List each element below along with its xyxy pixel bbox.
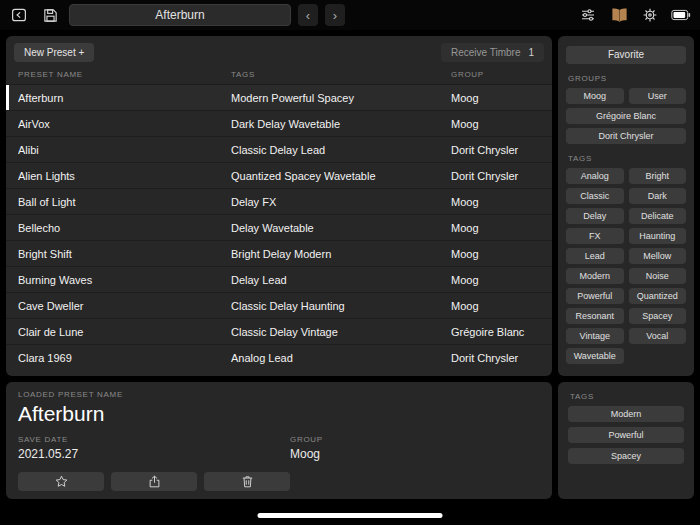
filter-panel: Favorite GROUPS Moog User Grégoire Blanc… xyxy=(558,36,694,376)
tag-filter-button[interactable]: Spacey xyxy=(629,308,687,324)
save-date-label: SAVE DATE xyxy=(18,435,290,444)
preset-row[interactable]: Afterburn Modern Powerful Spacey Moog xyxy=(6,84,552,110)
save-icon xyxy=(42,7,59,24)
preset-name-cell: AirVox xyxy=(18,118,231,130)
receive-timbre-button[interactable]: Receive Timbre 1 xyxy=(441,43,544,62)
preset-row[interactable]: AirVox Dark Delay Wavetable Moog xyxy=(6,110,552,136)
preset-table-body: Afterburn Modern Powerful Spacey Moog Ai… xyxy=(6,84,552,370)
tag-filter-button[interactable]: Haunting xyxy=(629,228,687,244)
preset-name-cell: Bellecho xyxy=(18,222,231,234)
favorite-preset-button[interactable] xyxy=(18,472,104,491)
column-header-group: GROUP xyxy=(451,70,540,79)
preset-group-cell: Grégoire Blanc xyxy=(451,326,540,338)
tag-filter-button[interactable]: Resonant xyxy=(566,308,624,324)
content-area: New Preset + Receive Timbre 1 PRESET NAM… xyxy=(0,30,700,505)
preset-name-cell: Bright Shift xyxy=(18,248,231,260)
tag-filter-button[interactable]: FX xyxy=(566,228,624,244)
group-label: GROUP xyxy=(290,435,540,444)
loaded-preset-name-label: LOADED PRESET NAME xyxy=(18,390,540,399)
back-icon xyxy=(10,6,28,24)
tag-filter-button[interactable]: Mellow xyxy=(629,248,687,264)
delete-preset-button[interactable] xyxy=(204,472,290,491)
settings-button[interactable] xyxy=(638,4,662,26)
tag-filter-button[interactable]: Vintage xyxy=(566,328,624,344)
mixer-button[interactable] xyxy=(576,4,600,26)
preset-row[interactable]: Clair de Lune Classic Delay Vintage Grég… xyxy=(6,318,552,344)
save-date-value: 2021.05.27 xyxy=(18,447,290,461)
preset-tags-cell: Delay Wavetable xyxy=(231,222,451,234)
preset-name-cell: Afterburn xyxy=(18,92,231,104)
share-preset-button[interactable] xyxy=(111,472,197,491)
preset-group-cell: Dorit Chrysler xyxy=(451,170,540,182)
save-button[interactable] xyxy=(38,4,62,26)
preset-toolbar: New Preset + Receive Timbre 1 xyxy=(6,36,552,67)
back-button[interactable] xyxy=(7,4,31,26)
preset-group-cell: Moog xyxy=(451,300,540,312)
loaded-tag-button[interactable]: Powerful xyxy=(568,427,684,443)
tag-filter-button[interactable]: Lead xyxy=(566,248,624,264)
preset-group-cell: Dorit Chrysler xyxy=(451,144,540,156)
preset-title-field[interactable] xyxy=(69,4,291,26)
tag-filter-button[interactable]: Noise xyxy=(629,268,687,284)
preset-list-panel: New Preset + Receive Timbre 1 PRESET NAM… xyxy=(6,36,552,376)
preset-name-cell: Clara 1969 xyxy=(18,352,231,364)
tag-filter-button[interactable]: Dark xyxy=(629,188,687,204)
tag-filter-button[interactable]: Vocal xyxy=(629,328,687,344)
preset-group-cell: Moog xyxy=(451,222,540,234)
gear-icon xyxy=(641,6,659,24)
loaded-preset-panel: LOADED PRESET NAME Afterburn SAVE DATE G… xyxy=(6,382,552,499)
tag-filter-button[interactable]: Delicate xyxy=(629,208,687,224)
tag-filter-list: Analog Bright Classic Dark Delay Delicat… xyxy=(566,168,686,364)
favorite-filter-button[interactable]: Favorite xyxy=(566,46,686,64)
tag-filter-button[interactable]: Powerful xyxy=(566,288,624,304)
preset-group-cell: Dorit Chrysler xyxy=(451,352,540,364)
preset-name-cell: Cave Dweller xyxy=(18,300,231,312)
tag-filter-button[interactable]: Wavetable xyxy=(566,348,624,364)
groups-section-label: GROUPS xyxy=(568,74,684,83)
library-button[interactable] xyxy=(607,4,631,26)
tag-filter-button[interactable]: Delay xyxy=(566,208,624,224)
preset-actions xyxy=(18,472,540,491)
loaded-tag-button[interactable]: Spacey xyxy=(568,448,684,464)
previous-preset-button[interactable]: ‹ xyxy=(298,4,318,26)
group-filter-button[interactable]: Dorit Chrysler xyxy=(566,128,686,144)
preset-tags-cell: Delay FX xyxy=(231,196,451,208)
preset-row[interactable]: Bellecho Delay Wavetable Moog xyxy=(6,214,552,240)
tag-filter-button[interactable]: Bright xyxy=(629,168,687,184)
toolbar-left-group: ‹ › xyxy=(7,4,345,26)
next-preset-button[interactable]: › xyxy=(325,4,345,26)
new-preset-button[interactable]: New Preset + xyxy=(14,43,94,62)
loaded-tag-button[interactable]: Modern xyxy=(568,406,684,422)
group-filter-button[interactable]: Moog xyxy=(566,88,624,104)
preset-row[interactable]: Bright Shift Bright Delay Modern Moog xyxy=(6,240,552,266)
group-filter-button[interactable]: User xyxy=(629,88,687,104)
preset-tags-cell: Dark Delay Wavetable xyxy=(231,118,451,130)
tag-filter-button[interactable]: Classic xyxy=(566,188,624,204)
column-header-preset-name: PRESET NAME xyxy=(18,70,231,79)
preset-row[interactable]: Clara 1969 Analog Lead Dorit Chrysler xyxy=(6,344,552,370)
tag-filter-button[interactable]: Analog xyxy=(566,168,624,184)
preset-tags-cell: Classic Delay Vintage xyxy=(231,326,451,338)
preset-group-cell: Moog xyxy=(451,118,540,130)
tags-section-label: TAGS xyxy=(568,154,684,163)
preset-group-cell: Moog xyxy=(451,196,540,208)
tag-filter-button[interactable]: Quantized xyxy=(629,288,687,304)
mixer-icon xyxy=(579,6,597,24)
preset-tags-cell: Classic Delay Haunting xyxy=(231,300,451,312)
preset-row[interactable]: Burning Waves Delay Lead Moog xyxy=(6,266,552,292)
trash-icon xyxy=(240,474,255,489)
loaded-tags-label: TAGS xyxy=(570,392,682,401)
preset-name-cell: Burning Waves xyxy=(18,274,231,286)
preset-row[interactable]: Ball of Light Delay FX Moog xyxy=(6,188,552,214)
group-filter-button[interactable]: Grégoire Blanc xyxy=(566,108,686,124)
preset-row[interactable]: Alibi Classic Delay Lead Dorit Chrysler xyxy=(6,136,552,162)
library-book-icon xyxy=(610,6,629,25)
tag-filter-button[interactable]: Modern xyxy=(566,268,624,284)
column-header-tags: TAGS xyxy=(231,70,451,79)
preset-tags-cell: Analog Lead xyxy=(231,352,451,364)
home-indicator[interactable] xyxy=(258,513,443,518)
preset-row[interactable]: Alien Lights Quantized Spacey Wavetable … xyxy=(6,162,552,188)
receive-timbre-count: 1 xyxy=(528,47,534,58)
preset-row[interactable]: Cave Dweller Classic Delay Haunting Moog xyxy=(6,292,552,318)
preset-tags-cell: Modern Powerful Spacey xyxy=(231,92,451,104)
